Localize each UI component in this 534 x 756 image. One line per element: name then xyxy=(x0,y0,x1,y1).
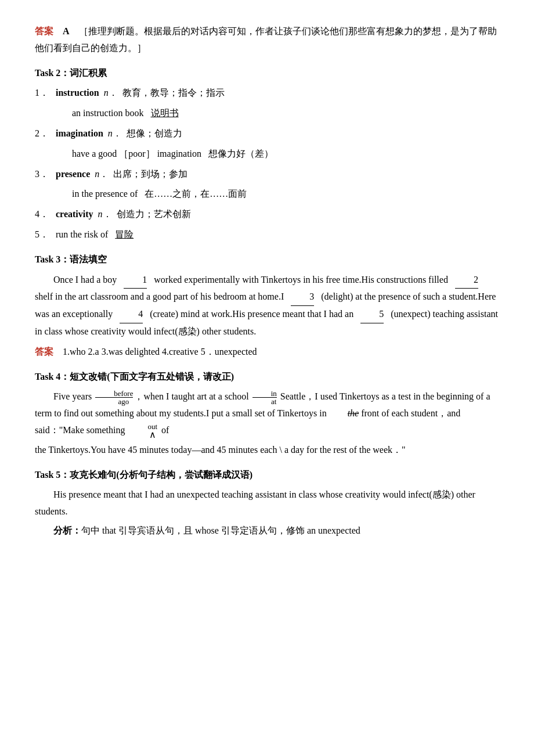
vocab-num-3: 3． xyxy=(35,169,49,179)
correction-at-in: in at xyxy=(252,390,277,405)
answer-a-section: 答案 A ［推理判断题。根据最后的对话内容可知，作者让孩子们谈论他们那些富有想象… xyxy=(35,23,499,57)
vocab-pos-3: n． xyxy=(95,169,109,179)
answer-a-paragraph: 答案 A ［推理判断题。根据最后的对话内容可知，作者让孩子们谈论他们那些富有想象… xyxy=(35,23,499,57)
vocab-word-4: creativity xyxy=(56,209,93,219)
vocab-phrase-5: run the risk of xyxy=(56,229,108,239)
task5-sentence: His presence meant that I had an unexpec… xyxy=(35,487,499,520)
correction-before: before xyxy=(95,390,133,398)
task5-analysis-label: 分析： xyxy=(53,525,81,535)
vocab-example-cn-2: 想像力好（差） xyxy=(208,149,273,159)
task3-title: Task 3：语法填空 xyxy=(35,251,499,268)
answer-value: A xyxy=(63,26,70,36)
task5-cn-infect: 感染 xyxy=(432,489,451,499)
answer-label: 答案 xyxy=(35,26,53,36)
vocab-example-2: have a good ［poor］ imagination xyxy=(72,149,201,159)
vocab-meaning-2: 想像；创造力 xyxy=(127,128,182,138)
vocab-example-3: in the presence of xyxy=(72,189,138,199)
slash-correction: \ xyxy=(279,445,282,455)
vocab-num-4: 4． xyxy=(35,209,49,219)
task2-title: Task 2：词汇积累 xyxy=(35,65,499,82)
task5-title: Task 5：攻克长难句(分析句子结构，尝试翻译成汉语) xyxy=(35,467,499,484)
blank-1: 1 xyxy=(124,272,147,289)
quote-open: " xyxy=(59,425,63,435)
blank-2: 2 xyxy=(455,272,478,289)
task4-paragraph1: Five years before ago ，when I taught art… xyxy=(35,388,499,439)
task4-paragraph2: the Tinkertoys.You have 45 minutes today… xyxy=(35,442,499,459)
vocab-pos-2: n． xyxy=(108,128,122,138)
task3-section: Task 3：语法填空 Once I had a boy 1 worked ex… xyxy=(35,251,499,361)
task5-section: Task 5：攻克长难句(分析句子结构，尝试翻译成汉语) His presenc… xyxy=(35,467,499,539)
correction-in: in xyxy=(252,390,277,398)
vocab-item-2: 2． imagination n． 想像；创造力 have a good ［po… xyxy=(35,125,499,163)
blank-5: 5 xyxy=(360,306,384,323)
vocab-num-5: 5． xyxy=(35,229,49,239)
caret-correction: out ∧ xyxy=(129,423,157,440)
vocab-item-4: 4． creativity n． 创造力；艺术创新 xyxy=(35,206,499,223)
answer3-text: 1.who 2.a 3.was delighted 4.creative 5．u… xyxy=(63,347,257,357)
correction-ago: ago xyxy=(99,398,129,405)
task5-analysis: 分析：句中 that 引导宾语从句，且 whose 引导定语从句，修饰 an u… xyxy=(35,523,499,539)
task3-paragraph: Once I had a boy 1 worked experimentally… xyxy=(35,272,499,340)
answer3-label: 答案 xyxy=(35,347,53,357)
vocab-item-5: 5． run the risk of 冒险 xyxy=(35,226,499,243)
answer3-paragraph: 答案 1.who 2.a 3.was delighted 4.creative … xyxy=(35,344,499,361)
correction-the: the xyxy=(329,405,359,422)
vocab-example-1: an instruction book xyxy=(72,108,144,118)
blank-4: 4 xyxy=(120,306,143,323)
vocab-example-cn-1: 说明书 xyxy=(151,108,179,118)
vocab-meaning-1: 教育，教导；指令；指示 xyxy=(122,88,225,98)
vocab-example-cn-5: 冒险 xyxy=(115,229,134,239)
vocab-pos-4: n． xyxy=(98,209,112,219)
task2-section: Task 2：词汇积累 1． instruction n． 教育，教导；指令；指… xyxy=(35,65,499,243)
blank-3: 3 xyxy=(291,289,314,306)
task4-section: Task 4：短文改错(下面文字有五处错误，请改正) Five years be… xyxy=(35,369,499,459)
vocab-num-1: 1． xyxy=(35,88,49,98)
vocab-word-2: imagination xyxy=(56,128,103,138)
correction-years: before ago xyxy=(95,390,133,405)
vocab-item-1: 1． instruction n． 教育，教导；指令；指示 an instruc… xyxy=(35,85,499,122)
vocab-item-3: 3． presence n． 出席；到场；参加 in the presence … xyxy=(35,166,499,203)
vocab-example-cn-3: 在……之前，在……面前 xyxy=(145,189,247,199)
cn-infect: 感染 xyxy=(178,326,197,336)
task4-title: Task 4：短文改错(下面文字有五处错误，请改正) xyxy=(35,369,499,386)
vocab-meaning-4: 创造力；艺术创新 xyxy=(117,209,191,219)
answer-explanation: ［推理判断题。根据最后的对话内容可知，作者让孩子们谈论他们那些富有想象力的梦想，… xyxy=(35,26,497,53)
vocab-num-2: 2． xyxy=(35,128,49,138)
vocab-pos-1: n． xyxy=(104,88,118,98)
correction-at: at xyxy=(252,398,276,405)
vocab-word-3: presence xyxy=(56,169,90,179)
vocab-meaning-3: 出席；到场；参加 xyxy=(113,169,187,179)
vocab-word-1: instruction xyxy=(56,88,99,98)
